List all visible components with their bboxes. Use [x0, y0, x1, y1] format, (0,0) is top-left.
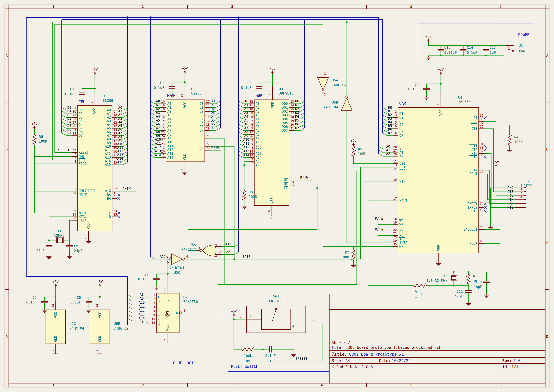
ref-label: U1: [103, 94, 107, 98]
gate-U5A[interactable]: [318, 77, 329, 92]
svg-text:A2: A2: [244, 107, 248, 111]
junction: [440, 55, 442, 56]
resistor-R5[interactable]: [352, 146, 355, 156]
svg-text:38: 38: [480, 118, 484, 121]
ic-U7[interactable]: 1AA82BA93CA104DA115EA126FA1311GA1412H!A1…: [128, 283, 185, 341]
svg-text:A10: A10: [117, 142, 123, 146]
gnd-symbol: [351, 264, 356, 268]
ic-U5G[interactable]: 14VCC7GND: [46, 301, 66, 352]
svg-text:A6: A6: [118, 127, 122, 131]
svg-text:XOUT: XOUT: [399, 199, 407, 203]
svg-text:A: A: [546, 54, 548, 57]
gate-U5C[interactable]: [171, 254, 185, 265]
junction: [463, 55, 464, 56]
ic-U6E[interactable]: 14VCC7GND: [90, 301, 110, 352]
bus-junction: [150, 16, 152, 18]
ref-label: U6E: [114, 322, 120, 326]
schematic-canvas[interactable]: 112233445566AABBCCDDSheet: /File: 6309-b…: [0, 0, 554, 392]
svg-text:H: H: [158, 323, 160, 327]
svg-text:5: 5: [251, 127, 253, 130]
svg-text:+5V: +5V: [425, 35, 431, 38]
ref-label: C16: [267, 359, 274, 363]
resistor-R4[interactable]: [508, 135, 511, 145]
svg-text:D5: D5: [399, 126, 403, 130]
resistor-R7[interactable]: [352, 250, 355, 260]
svg-text:A1: A1: [386, 148, 390, 152]
junction: [316, 187, 318, 189]
svg-text:37: 37: [480, 121, 484, 125]
connector-J1[interactable]: 12: [506, 42, 513, 51]
svg-text:27: 27: [73, 121, 76, 124]
capacitor-C16[interactable]: [270, 346, 271, 352]
capacitor-C11[interactable]: [465, 291, 471, 292]
no-connect-x: [484, 156, 486, 158]
svg-text:36: 36: [480, 125, 484, 128]
svg-text:1: 1: [52, 383, 54, 387]
junction: [55, 296, 56, 298]
capacitor-C3[interactable]: [256, 87, 262, 88]
resistor-R2[interactable]: [414, 284, 427, 287]
svg-text:R/!W: R/!W: [300, 176, 308, 180]
gnd-symbol: [242, 205, 247, 209]
gate-U6A[interactable]: [197, 245, 222, 256]
capacitor-C1[interactable]: [79, 93, 85, 95]
capacitor-C8[interactable]: [46, 245, 52, 247]
svg-text:D7: D7: [79, 134, 83, 138]
ic-U1[interactable]: 31D0D030D1D129D2D228D3D327D4D426D5D525D6…: [62, 92, 136, 240]
crystal-X2[interactable]: [451, 275, 457, 281]
svg-text:DQ7: DQ7: [282, 129, 288, 133]
svg-text:D2: D2: [79, 116, 83, 119]
resistor-R3[interactable]: [467, 274, 470, 284]
capacitor-C14[interactable]: [460, 49, 466, 51]
connector-J2[interactable]: 1GND2CTS35V4TX5RX6RTS: [507, 184, 526, 210]
ref-label: 0.1uF: [64, 92, 74, 96]
junction: [262, 349, 264, 350]
capacitor-C13[interactable]: [483, 49, 489, 51]
switch-SW1[interactable]: 1414: [239, 306, 314, 333]
svg-text:A12: A12: [105, 152, 111, 156]
ref-label: X1: [57, 229, 62, 233]
resistor-R8[interactable]: [242, 190, 246, 200]
svg-text:R/W: R/W: [105, 189, 111, 193]
svg-text:ADS: ADS: [399, 237, 405, 241]
svg-text:A13: A13: [243, 149, 249, 153]
capacitor-C6[interactable]: [86, 301, 92, 303]
svg-text:33: 33: [73, 187, 76, 191]
capacitor-C12[interactable]: [483, 281, 490, 283]
no-connect-x: [484, 203, 486, 205]
svg-text:Q0: Q0: [200, 102, 203, 105]
svg-text:25: 25: [393, 235, 397, 239]
svg-text:RI: RI: [473, 116, 477, 120]
ic-U4[interactable]: 1D0D02D1D13D2D24D3D35D4D46D5D57D6D68D7D7…: [365, 93, 484, 262]
resistor-R9[interactable]: [242, 348, 254, 351]
power-flag-5v: +5V: [493, 160, 499, 168]
ref-label: R5: [358, 147, 362, 151]
ref-label: R4: [514, 135, 519, 139]
ref-label: C7: [144, 273, 149, 276]
svg-text:VSS: VSS: [270, 198, 274, 203]
svg-text:A6: A6: [156, 122, 160, 126]
crystal-X1[interactable]: [55, 238, 65, 243]
junction: [485, 55, 487, 56]
svg-text:A12: A12: [139, 308, 145, 312]
svg-text:A0: A0: [244, 99, 248, 103]
svg-text:21: 21: [393, 231, 397, 235]
capacitor-C15[interactable]: [437, 49, 444, 51]
capacitor-C7[interactable]: [153, 278, 159, 280]
svg-text:A6: A6: [244, 122, 248, 126]
ic-U2[interactable]: 10A0A09A1A18A2A27A3A36A4A45A5A54A6A63A7A…: [151, 86, 221, 171]
capacitor-C4[interactable]: [423, 88, 430, 90]
svg-text:D: D: [6, 335, 7, 339]
resistor-R6[interactable]: [33, 134, 36, 145]
svg-text:4: 4: [348, 92, 349, 96]
tb-file: File: 6309-board-prototype-1.kicad_pro.k…: [332, 345, 441, 350]
svg-text:18: 18: [113, 143, 117, 146]
svg-text:A7: A7: [107, 134, 111, 138]
svg-text:3: 3: [251, 157, 253, 161]
capacitor-C2[interactable]: [169, 87, 175, 88]
ref-label: 24pF: [36, 249, 45, 253]
capacitor-C5[interactable]: [42, 301, 48, 303]
svg-text:D4: D4: [399, 123, 403, 127]
gate-U5B[interactable]: [341, 96, 352, 111]
capacitor-C9[interactable]: [66, 245, 73, 247]
